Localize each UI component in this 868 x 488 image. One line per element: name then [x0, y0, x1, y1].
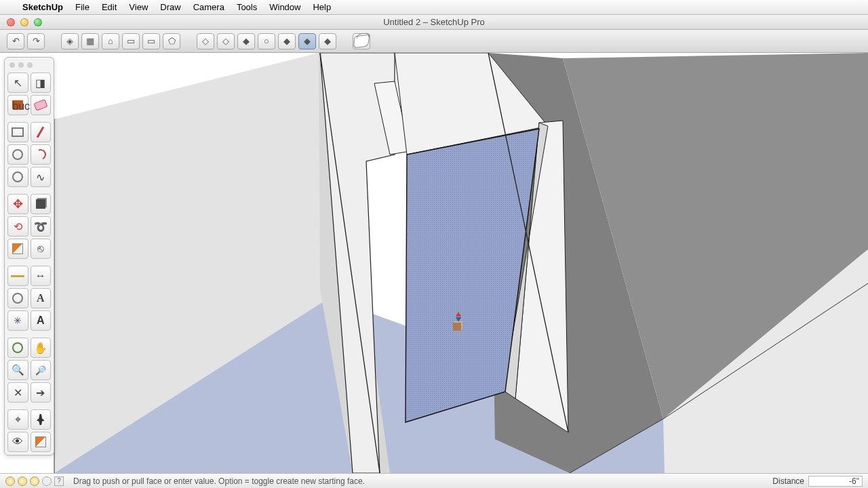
- text-icon: A: [37, 292, 45, 304]
- paint-tool[interactable]: bucket: [7, 95, 28, 115]
- redo-button[interactable]: ↷: [27, 33, 45, 49]
- app-menu[interactable]: SketchUp: [16, 2, 69, 12]
- axes-tool[interactable]: ✳: [7, 310, 28, 331]
- mac-menubar: SketchUp File Edit View Draw Camera Tool…: [0, 0, 868, 15]
- status-geo-icon[interactable]: [5, 476, 15, 486]
- offset-tool[interactable]: ⎋: [31, 239, 52, 259]
- zoom-ext-icon: 🔎: [35, 365, 46, 375]
- dimension-tool[interactable]: ↔: [31, 266, 52, 286]
- protractor-tool[interactable]: [7, 288, 28, 308]
- scale-tool[interactable]: [7, 239, 28, 259]
- rectangle-tool[interactable]: [7, 122, 28, 142]
- protractor-icon: [12, 293, 23, 304]
- paint-bucket-icon: [353, 34, 370, 48]
- zoom-ext-tool[interactable]: 🔎: [31, 360, 52, 380]
- prev-view-tool[interactable]: ✕: [7, 382, 28, 403]
- rotate-icon: ⟲: [14, 220, 22, 233]
- menu-edit[interactable]: Edit: [96, 2, 123, 12]
- move-tool[interactable]: ✥: [7, 194, 28, 214]
- right-view-button[interactable]: ▭: [122, 33, 140, 49]
- styles-button[interactable]: ◆: [319, 33, 336, 49]
- status-profile-icon[interactable]: [42, 476, 52, 486]
- status-bar: ? Drag to push or pull face or enter val…: [0, 473, 868, 488]
- status-help-icon[interactable]: ?: [54, 476, 64, 486]
- menu-camera[interactable]: Camera: [187, 2, 231, 12]
- text-tool[interactable]: A: [31, 288, 52, 308]
- orbit-icon: [12, 342, 23, 353]
- rotate-tool[interactable]: ⟲: [7, 216, 28, 237]
- undo-button[interactable]: ↶: [7, 33, 24, 49]
- 3dtext-tool[interactable]: A: [31, 310, 52, 331]
- menu-file[interactable]: File: [69, 2, 96, 12]
- left-view-button[interactable]: ⬠: [163, 33, 180, 49]
- top-toolbar: ↶↷◈▦⌂▭▭⬠◇◇◆○◆◆◆: [0, 30, 868, 53]
- circle-tool[interactable]: [7, 144, 28, 165]
- window-close-icon[interactable]: [7, 18, 15, 26]
- xray-button[interactable]: ◇: [197, 33, 214, 49]
- polygon-icon: [12, 171, 23, 182]
- pan-tool[interactable]: ✋: [31, 338, 52, 358]
- make-comp-tool[interactable]: ◨: [31, 73, 52, 93]
- status-signin-icon[interactable]: [30, 476, 39, 486]
- window-titlebar: Untitled 2 – SketchUp Pro: [0, 15, 868, 30]
- shaded-tex-button[interactable]: ◆: [278, 33, 296, 49]
- zoom-tool[interactable]: 🔍: [7, 360, 28, 380]
- menu-window[interactable]: Window: [263, 2, 307, 12]
- orbit-tool[interactable]: [7, 338, 28, 358]
- axes-icon: ✳: [14, 315, 22, 326]
- pushpull-tool[interactable]: [31, 194, 52, 214]
- shaded-button[interactable]: ○: [258, 33, 275, 49]
- workspace: ↖◨bucket∿✥⟲➰⎋↔A✳A✋🔍🔎✕➔⌖👁: [0, 53, 868, 473]
- window-minimize-icon[interactable]: [20, 18, 28, 26]
- line-tool[interactable]: [31, 122, 52, 142]
- walk-tool[interactable]: [31, 409, 52, 430]
- pushpull-cursor-icon: [453, 319, 465, 331]
- freehand-tool[interactable]: ∿: [31, 167, 52, 187]
- eraser-tool[interactable]: [31, 95, 52, 115]
- menu-help[interactable]: Help: [307, 2, 337, 12]
- menu-tools[interactable]: Tools: [231, 2, 263, 12]
- section-icon: [35, 436, 46, 447]
- model-viewport[interactable]: [0, 53, 868, 473]
- iso-view-button[interactable]: ◈: [61, 33, 79, 49]
- front-view-button[interactable]: ⌂: [102, 33, 119, 49]
- line-icon: [37, 126, 45, 138]
- palette-header[interactable]: [7, 60, 51, 70]
- tape-icon: [11, 275, 24, 277]
- menu-view[interactable]: View: [123, 2, 154, 12]
- arc-tool[interactable]: [31, 144, 52, 165]
- paint-icon: bucket: [12, 100, 23, 110]
- tape-tool[interactable]: [7, 266, 28, 286]
- scale-icon: [12, 243, 23, 254]
- back-view-button[interactable]: ▭: [142, 33, 160, 49]
- window-title: Untitled 2 – SketchUp Pro: [0, 17, 868, 27]
- followme-tool[interactable]: ➰: [31, 216, 52, 237]
- menu-draw[interactable]: Draw: [154, 2, 186, 12]
- vcb-input[interactable]: -6": [808, 476, 863, 487]
- arc-icon: [33, 148, 47, 162]
- paint-bucket-button[interactable]: [353, 33, 370, 49]
- status-hint: Drag to push or pull face or enter value…: [73, 476, 365, 486]
- vcb-label: Distance: [772, 476, 804, 486]
- 3dtext-icon: A: [37, 314, 45, 327]
- select-tool[interactable]: ↖: [7, 73, 28, 93]
- status-credits-icon[interactable]: [18, 476, 27, 486]
- top-view-button[interactable]: ▦: [81, 33, 99, 49]
- monochrome-button[interactable]: ◆: [298, 33, 316, 49]
- wireframe-button[interactable]: ◇: [217, 33, 235, 49]
- rectangle-icon: [12, 127, 24, 137]
- tool-palette[interactable]: ↖◨bucket∿✥⟲➰⎋↔A✳A✋🔍🔎✕➔⌖👁: [4, 57, 54, 455]
- walk-icon: [37, 414, 45, 425]
- zoom-icon: 🔍: [12, 364, 24, 376]
- eraser-icon: [33, 99, 47, 110]
- position-cam-tool[interactable]: ⌖: [7, 409, 28, 430]
- lookaround-tool[interactable]: 👁: [7, 432, 28, 452]
- polygon-tool[interactable]: [7, 167, 28, 187]
- pushpull-icon: [36, 199, 45, 209]
- move-icon: ✥: [13, 197, 23, 211]
- circle-icon: [12, 149, 23, 160]
- window-zoom-icon[interactable]: [34, 18, 42, 26]
- section-tool[interactable]: [31, 432, 52, 452]
- next-view-tool[interactable]: ➔: [31, 382, 52, 403]
- hiddenline-button[interactable]: ◆: [237, 33, 255, 49]
